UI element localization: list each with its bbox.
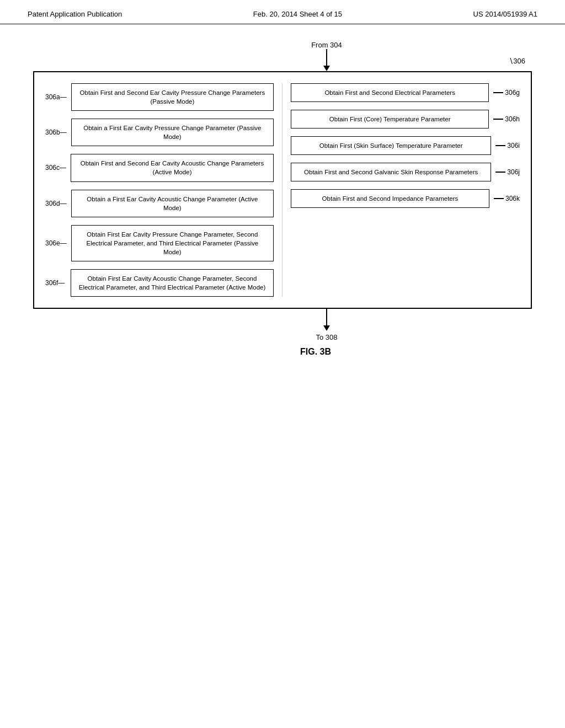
diagram-grid: 306a— Obtain First and Second Ear Cavity… (45, 83, 520, 297)
entry-arrow (77, 49, 565, 71)
box-306e: Obtain First Ear Cavity Pressure Change … (71, 225, 274, 261)
label-306g: 306g (505, 89, 520, 97)
label-306e: 306e— (45, 239, 67, 247)
exit-arrow: To 308 (77, 309, 565, 341)
fig-label: FIG. 3B (99, 347, 532, 357)
from-label: From 304 (77, 41, 565, 49)
box-306g: Obtain First and Second Electrical Param… (291, 83, 489, 102)
row-306f: 306f— Obtain First Ear Cavity Acoustic C… (45, 269, 274, 297)
row-306g: Obtain First and Second Electrical Param… (291, 83, 520, 102)
box-306j: Obtain First and Second Galvanic Skin Re… (291, 163, 491, 181)
left-column: 306a— Obtain First and Second Ear Cavity… (45, 83, 282, 297)
label-306c: 306c— (45, 164, 66, 172)
header-left: Patent Application Publication (28, 10, 122, 18)
row-306a: 306a— Obtain First and Second Ear Cavity… (45, 83, 274, 111)
main-box: ∖306 306a— Obtain First and Second Ear C… (33, 71, 532, 309)
box-306k: Obtain First and Second Impedance Parame… (291, 189, 489, 208)
box-306i: Obtain First (Skin Surface) Temperature … (291, 136, 491, 155)
main-content: From 304 ∖306 306a— Obtain First and Sec… (0, 24, 565, 373)
box-306b: Obtain a First Ear Cavity Pressure Chang… (71, 119, 274, 146)
row-306b: 306b— Obtain a First Ear Cavity Pressure… (45, 119, 274, 146)
box-306c: Obtain First and Second Ear Cavity Acous… (71, 154, 274, 181)
label-306d: 306d— (45, 200, 67, 207)
to-label: To 308 (316, 333, 337, 341)
box-306f: Obtain First Ear Cavity Acoustic Change … (71, 269, 274, 297)
label-306f: 306f— (45, 279, 66, 287)
right-column: Obtain First and Second Electrical Param… (282, 83, 520, 297)
box-306d: Obtain a First Ear Cavity Acoustic Chang… (71, 190, 274, 217)
row-306j: Obtain First and Second Galvanic Skin Re… (291, 163, 520, 181)
row-306e: 306e— Obtain First Ear Cavity Pressure C… (45, 225, 274, 261)
box-306a: Obtain First and Second Ear Cavity Press… (71, 83, 274, 111)
header-center: Feb. 20, 2014 Sheet 4 of 15 (253, 10, 342, 18)
box-306-label: ∖306 (509, 57, 525, 65)
row-306i: Obtain First (Skin Surface) Temperature … (291, 136, 520, 155)
row-306c: 306c— Obtain First and Second Ear Cavity… (45, 154, 274, 181)
label-306i: 306i (507, 142, 520, 149)
label-306a: 306a— (45, 93, 67, 101)
box-306h: Obtain First (Core) Temperature Paramete… (291, 110, 489, 129)
label-306h: 306h (505, 115, 520, 123)
row-306h: Obtain First (Core) Temperature Paramete… (291, 110, 520, 129)
label-306k: 306k (505, 195, 520, 202)
label-306j: 306j (507, 168, 520, 176)
header-right: US 2014/051939 A1 (473, 10, 537, 18)
page-header: Patent Application Publication Feb. 20, … (0, 0, 565, 24)
row-306k: Obtain First and Second Impedance Parame… (291, 189, 520, 208)
label-306b: 306b— (45, 129, 67, 136)
row-306d: 306d— Obtain a First Ear Cavity Acoustic… (45, 190, 274, 217)
